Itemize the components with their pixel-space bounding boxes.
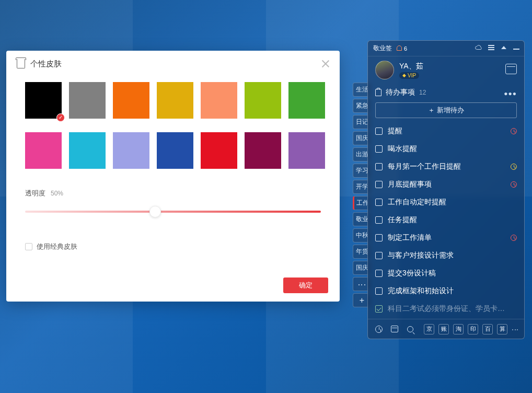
notification-indicator[interactable]: 6	[396, 45, 407, 52]
color-swatch[interactable]	[113, 82, 149, 119]
collapse-up-icon[interactable]	[500, 44, 507, 51]
section-count: 12	[419, 89, 426, 96]
alarm-icon	[511, 164, 517, 170]
todo-text: 与客户对接设计需求	[388, 251, 454, 260]
classic-skin-label: 使用经典皮肤	[37, 242, 77, 251]
user-row: YA、茹 VIP	[368, 56, 524, 84]
add-todo-label: 新增待办	[437, 106, 464, 115]
color-swatch[interactable]	[201, 132, 237, 169]
todo-checkbox[interactable]	[375, 252, 383, 259]
todo-item[interactable]: 任务提醒	[375, 211, 522, 229]
sync-icon[interactable]	[475, 44, 482, 51]
todo-item[interactable]: 完成框架和初始设计	[375, 282, 522, 300]
section-header: 待办事项 12 ●●●	[368, 84, 524, 101]
classic-skin-checkbox[interactable]	[25, 243, 32, 250]
user-name: YA、茹	[399, 62, 423, 71]
color-swatch[interactable]: ✓	[25, 82, 62, 119]
color-swatch[interactable]	[157, 132, 193, 169]
opacity-label: 透明度	[25, 189, 45, 198]
minimize-icon[interactable]	[513, 44, 520, 51]
todo-item[interactable]: 与客户对接设计需求	[375, 247, 522, 264]
confirm-button[interactable]: 确定	[283, 278, 328, 293]
user-meta: YA、茹 VIP	[399, 62, 423, 79]
color-swatch[interactable]	[113, 132, 149, 169]
date-icon[interactable]	[389, 323, 400, 335]
notification-count: 6	[404, 45, 407, 52]
shortcut-button[interactable]: 算	[497, 324, 507, 334]
bottom-left-icons	[373, 323, 416, 335]
todo-text: 科目二考试必须带身份证、学员卡、7...	[388, 304, 506, 314]
panel-titlebar: 敬业签 6	[368, 41, 524, 56]
calendar-icon[interactable]	[505, 64, 517, 74]
alarm-icon	[511, 181, 517, 188]
todo-checkbox[interactable]	[375, 128, 383, 135]
todo-text: 工作自动定时提醒	[388, 198, 446, 207]
todo-item[interactable]: 提交3份设计稿	[375, 264, 522, 282]
todo-item[interactable]: 制定工作清单	[375, 229, 522, 247]
todo-text: 喝水提醒	[388, 144, 417, 154]
clipboard-icon	[375, 89, 381, 96]
color-swatch[interactable]	[201, 82, 237, 119]
skin-dialog: 个性皮肤 ✓ 透明度 50% 使用经典皮肤 确定	[6, 51, 340, 302]
todo-item[interactable]: 喝水提醒	[375, 140, 522, 158]
vip-badge: VIP	[399, 72, 419, 79]
color-swatch[interactable]	[25, 132, 62, 169]
classic-skin-row[interactable]: 使用经典皮肤	[25, 242, 321, 251]
todo-text: 完成框架和初始设计	[388, 286, 454, 296]
todo-checkbox[interactable]	[375, 145, 383, 153]
plus-icon: ＋	[428, 106, 435, 115]
color-swatch[interactable]	[245, 132, 281, 169]
avatar[interactable]	[375, 61, 394, 79]
slider-track	[25, 211, 321, 213]
todo-checkbox[interactable]	[375, 270, 383, 277]
todo-checkbox[interactable]	[375, 199, 383, 206]
todo-list: 提醒喝水提醒每月第一个工作日提醒月底提醒事项工作自动定时提醒任务提醒制定工作清单…	[368, 122, 524, 319]
shortcut-more-icon[interactable]: ⋮	[512, 327, 519, 332]
section-title: 待办事项	[386, 88, 415, 97]
skin-dialog-footer: 确定	[6, 269, 340, 302]
panel-bottom-bar: 京账淘印百算⋮	[368, 319, 524, 339]
add-todo-button[interactable]: ＋ 新增待办	[375, 102, 517, 118]
color-swatch[interactable]	[69, 132, 106, 169]
section-more-icon[interactable]: ●●●	[504, 90, 517, 97]
todo-text: 每月第一个工作日提醒	[388, 162, 461, 171]
skin-dialog-header: 个性皮肤	[6, 51, 340, 77]
todo-item[interactable]: 每月第一个工作日提醒	[375, 158, 522, 176]
todo-checkbox[interactable]	[375, 181, 383, 188]
skin-icon	[17, 59, 25, 68]
shortcut-button[interactable]: 京	[424, 324, 434, 334]
todo-item[interactable]: 工作自动定时提醒	[375, 193, 522, 211]
todo-text: 月底提醒事项	[388, 180, 432, 189]
todo-checkbox[interactable]	[375, 287, 383, 295]
todo-item[interactable]: 月底提醒事项	[375, 176, 522, 193]
shortcut-button[interactable]: 百	[482, 324, 493, 334]
todo-checkbox[interactable]	[375, 305, 383, 313]
menu-icon[interactable]	[488, 44, 495, 51]
skin-dialog-title: 个性皮肤	[30, 59, 62, 69]
close-icon[interactable]	[321, 59, 330, 68]
search-icon[interactable]	[404, 323, 416, 335]
opacity-row: 透明度 50%	[25, 189, 321, 198]
clock-icon[interactable]	[373, 323, 385, 335]
todo-checkbox[interactable]	[375, 163, 383, 170]
color-swatch[interactable]	[245, 82, 281, 119]
opacity-slider[interactable]	[25, 204, 321, 219]
todo-item[interactable]: 科目二考试必须带身份证、学员卡、7...	[375, 300, 522, 318]
color-grid: ✓	[25, 82, 321, 169]
alarm-icon	[511, 128, 517, 134]
panel-window-controls	[475, 44, 520, 51]
todo-text: 任务提醒	[388, 215, 417, 225]
bell-icon	[396, 45, 402, 52]
slider-thumb[interactable]	[149, 206, 161, 217]
color-swatch[interactable]	[69, 82, 106, 119]
todo-item[interactable]: 提醒	[375, 122, 522, 140]
shortcut-button[interactable]: 账	[438, 324, 449, 334]
shortcut-button[interactable]: 印	[468, 324, 478, 334]
color-swatch[interactable]	[288, 132, 325, 169]
color-swatch[interactable]	[157, 82, 193, 119]
check-icon: ✓	[56, 113, 65, 122]
color-swatch[interactable]	[288, 82, 325, 119]
shortcut-button[interactable]: 淘	[453, 324, 464, 334]
todo-checkbox[interactable]	[375, 234, 383, 241]
todo-checkbox[interactable]	[375, 216, 383, 224]
